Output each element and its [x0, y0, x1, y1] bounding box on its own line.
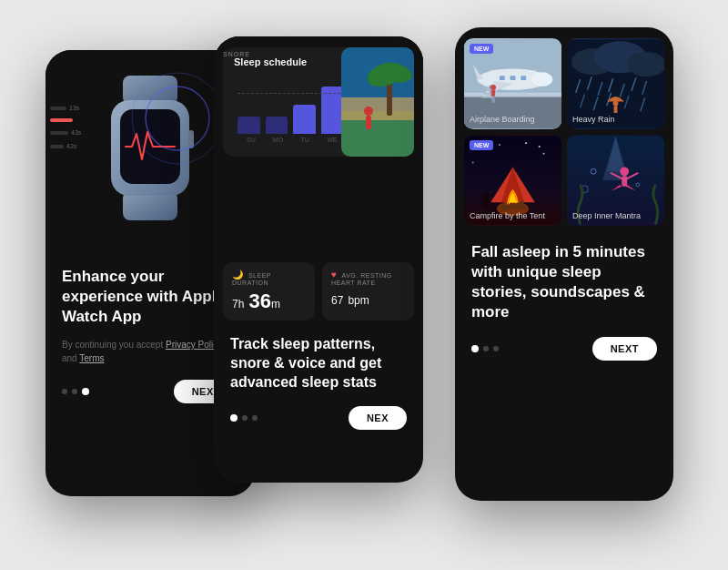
svg-rect-72	[622, 176, 627, 187]
svg-rect-29	[481, 97, 492, 98]
grid-item-campfire[interactable]: NEW	[464, 135, 561, 226]
svg-rect-14	[366, 116, 371, 129]
campfire-label: Campfire by the Tent	[470, 211, 545, 220]
stat-bar	[50, 107, 66, 110]
right-phone-title: Fall asleep in 5 minutes with unique sle…	[471, 242, 657, 322]
svg-rect-24	[511, 76, 516, 80]
stats-bars: 13s 43s 42s	[50, 105, 81, 149]
svg-point-22	[531, 72, 552, 87]
svg-point-55	[525, 142, 527, 144]
deep-label: Deep Inner Mantra	[572, 211, 641, 220]
chart-bar-mo	[266, 117, 288, 135]
left-phone-title: Enhance your experience with Apple Watch…	[62, 267, 238, 327]
watch-svg	[73, 68, 228, 232]
dot-3	[252, 415, 258, 421]
heart-icon: ♥	[331, 270, 337, 280]
chart-bar-su	[238, 117, 260, 135]
right-phone-dots-row: NEXT	[471, 337, 657, 361]
phone-card-right: NEW	[455, 27, 673, 501]
sleep-duration-card: 🌙 SLEEP DURATION 7h 36m	[223, 262, 315, 321]
heart-rate-value: 67 bpm	[331, 290, 405, 309]
svg-rect-9	[341, 97, 414, 120]
stat-bar-row: 13s	[50, 105, 81, 111]
svg-rect-65	[483, 199, 489, 209]
heart-rate-card: ♥ AVG. RESTING HEART RATE 67 bpm	[322, 262, 414, 321]
middle-phone-title: Track sleep patterns, snore & voice and …	[230, 335, 407, 392]
grid-item-deep[interactable]: Deep Inner Mantra	[567, 135, 664, 226]
left-phone-subtitle: By continuing you accept Privacy Policy …	[62, 338, 238, 365]
terms-link[interactable]: Terms	[79, 353, 104, 363]
dot-3	[493, 346, 499, 351]
stat-bar-row	[50, 118, 81, 122]
stat-bar-row: 42s	[50, 143, 81, 149]
beach-preview	[341, 47, 414, 157]
svg-point-57	[472, 162, 474, 164]
dot-1-active	[471, 345, 479, 352]
scene: 13s 43s 42s	[0, 0, 728, 570]
svg-point-64	[482, 193, 490, 200]
sleep-duration-value: 7h 36m	[232, 290, 306, 313]
svg-rect-31	[491, 90, 495, 97]
middle-phone-bottom: Track sleep patterns, snore & voice and …	[214, 321, 423, 441]
heart-rate-label: ♥ AVG. RESTING HEART RATE	[331, 270, 405, 286]
dot-2	[72, 389, 77, 394]
dot-active	[230, 414, 238, 422]
svg-point-35	[627, 52, 664, 76]
svg-point-58	[539, 146, 541, 148]
airplane-label: Airplane Boarding	[470, 115, 535, 124]
rain-label: Heavy Rain	[572, 115, 615, 124]
chart-bar-tu	[293, 105, 316, 135]
dot-2	[483, 346, 489, 351]
right-phone-dots	[471, 345, 499, 352]
svg-point-54	[499, 144, 500, 146]
new-badge-airplane: NEW	[470, 44, 493, 54]
stat-bar	[50, 145, 64, 148]
stats-row: 🌙 SLEEP DURATION 7h 36m ♥ AVG. RESTING H…	[223, 262, 414, 321]
left-phone-dots-row: NEXT	[62, 380, 238, 403]
stat-bar-label: 13s	[69, 105, 79, 111]
grid-item-rain[interactable]: Heavy Rain	[567, 38, 664, 129]
stat-bar-label: 43s	[71, 129, 81, 136]
stat-bar-active	[50, 118, 73, 122]
snore-label: SNORE	[223, 51, 250, 57]
middle-next-button[interactable]: NEX	[349, 406, 407, 430]
left-phone-dots	[62, 388, 89, 395]
dot-3-active	[82, 388, 89, 395]
chart-day-tu: TU	[291, 137, 318, 143]
sleep-duration-label: 🌙 SLEEP DURATION	[232, 270, 306, 286]
svg-rect-23	[500, 76, 505, 80]
phone-card-middle: Sleep schedule SU MO TU	[214, 36, 423, 483]
middle-phone-dots-row: NEX	[230, 406, 407, 430]
chart-day-mo: MO	[265, 137, 292, 143]
beach-svg	[341, 47, 414, 157]
svg-point-71	[620, 167, 629, 176]
dot-1	[62, 389, 67, 394]
svg-point-30	[490, 85, 496, 90]
dot-2	[242, 415, 248, 421]
moon-icon: 🌙	[232, 270, 244, 280]
right-phone-bottom: Fall asleep in 5 minutes with unique sle…	[455, 233, 673, 372]
new-badge-campfire: NEW	[470, 140, 493, 150]
sound-grid: NEW	[455, 27, 673, 233]
middle-phone-dots	[230, 414, 258, 422]
stat-bar	[50, 131, 68, 135]
stat-bar-label: 42s	[66, 143, 76, 149]
right-next-button[interactable]: NEXT	[592, 337, 657, 361]
stat-bar-row: 43s	[50, 129, 81, 136]
chart-day-su: SU	[238, 137, 265, 143]
svg-point-13	[364, 107, 373, 116]
middle-top-area: Sleep schedule SU MO TU	[214, 36, 423, 255]
grid-item-airplane[interactable]: NEW	[464, 38, 561, 129]
svg-rect-25	[521, 76, 526, 80]
svg-point-56	[543, 153, 545, 155]
